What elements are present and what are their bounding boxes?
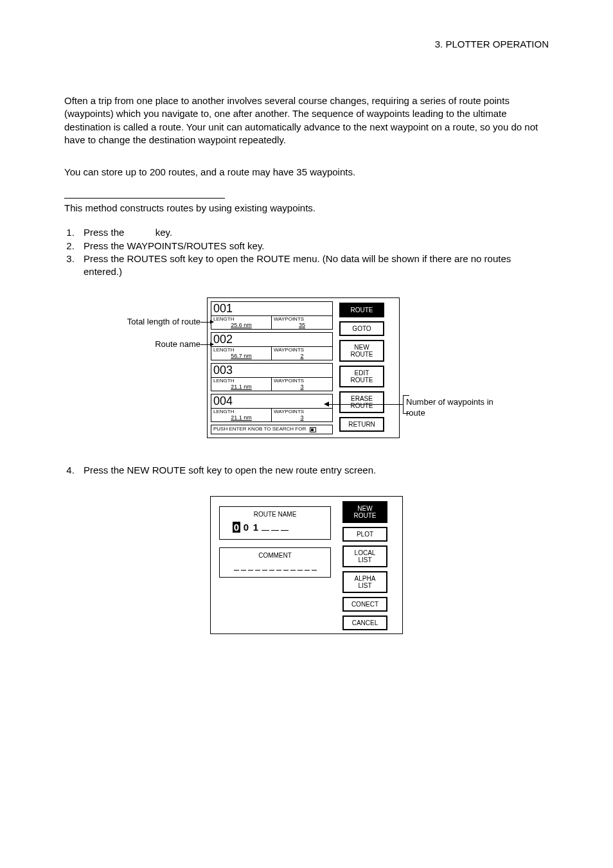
new-route-main: ROUTE NAME 001 COMMENT [214, 500, 336, 630]
search-cursor-icon [310, 427, 316, 432]
search-hint-text: PUSH ENTER KNOB TO SEARCH FOR [213, 427, 306, 432]
step-3: Press the ROUTES soft key to open the RO… [77, 252, 549, 279]
dash-slot [312, 563, 317, 571]
softkey-conect[interactable]: CONECT [342, 597, 387, 612]
dash-slot [248, 563, 253, 571]
right-annotations: Number of waypoints in route [400, 297, 502, 438]
dash-slot [255, 563, 260, 571]
dash-slot [269, 563, 274, 571]
sub-caption: This method constructs routes by using e… [64, 202, 549, 213]
length-label: LENGTH [213, 378, 269, 384]
comment-field[interactable]: COMMENT [219, 547, 331, 578]
steps-list: Press the key. Press the WAYPOINTS/ROUTE… [64, 226, 549, 278]
route-card[interactable]: 002LENGTH56.7 nmWAYPOINTS2 [211, 332, 333, 360]
step-2: Press the WAYPOINTS/ROUTES soft key. [77, 240, 549, 252]
length-value: 21.1 nm [213, 384, 269, 390]
softkey-local-list[interactable]: LOCALLIST [342, 545, 387, 567]
waypoints-label: WAYPOINTS [274, 347, 330, 353]
dash-slot [234, 563, 239, 571]
softkey-new-route[interactable]: NEWROUTE [342, 501, 387, 523]
dash-slot [298, 563, 303, 571]
waypoints-label: WAYPOINTS [274, 378, 330, 384]
comment-dashes [224, 563, 326, 571]
name-char [271, 522, 279, 531]
dash-slot [241, 563, 246, 571]
step-4: Press the NEW ROUTE soft key to open the… [77, 464, 549, 477]
comment-label: COMMENT [224, 552, 326, 559]
route-id: 003 [211, 364, 332, 378]
intro-paragraph-1: Often a trip from one place to another i… [64, 94, 549, 146]
section-label: 3. PLOTTER OPERATION [435, 39, 549, 49]
route-list-figure: Total length of route Route name 001LENG… [111, 297, 502, 438]
name-char: 0 [233, 522, 240, 533]
softkey-new-route[interactable]: NEWROUTE [339, 340, 384, 362]
dash-slot [276, 563, 281, 571]
softkey-return[interactable]: RETURN [339, 417, 384, 432]
route-id: 001 [211, 302, 332, 316]
route-card[interactable]: 001LENGTH25.6 nmWAYPOINTS35 [211, 301, 333, 330]
length-value: 56.7 nm [213, 353, 269, 359]
softkey-route[interactable]: ROUTE [339, 303, 384, 317]
route-card[interactable]: 004LENGTH21.1 nmWAYPOINTS3 [211, 394, 333, 422]
page-header: 3. PLOTTER OPERATION [64, 39, 549, 49]
new-route-softkeys-column: NEWROUTEPLOTLOCALLISTALPHALISTCONECTCANC… [336, 500, 394, 630]
name-char [262, 522, 269, 531]
waypoints-label: WAYPOINTS [274, 316, 330, 322]
step-1: Press the key. [77, 226, 549, 239]
arrow-total-length [200, 322, 213, 323]
left-annotations: Total length of route Route name [111, 297, 207, 438]
device-screen: 001LENGTH25.6 nmWAYPOINTS35002LENGTH56.7… [207, 297, 400, 438]
name-char: 0 [242, 522, 250, 533]
softkey-cancel[interactable]: CANCEL [342, 616, 387, 630]
route-card[interactable]: 003LENGTH21.1 nmWAYPOINTS3 [211, 363, 333, 391]
arrow-route-name [200, 344, 213, 345]
intro-paragraph-2: You can store up to 200 routes, and a ro… [64, 166, 549, 179]
route-name-field[interactable]: ROUTE NAME 001 [219, 506, 331, 540]
section-rule [64, 198, 225, 199]
arrowhead-wp-count [324, 402, 329, 407]
arrowline-wp-count [329, 404, 403, 405]
label-total-length: Total length of route [127, 317, 200, 326]
search-hint: PUSH ENTER KNOB TO SEARCH FOR [211, 425, 333, 434]
name-char [281, 522, 289, 531]
name-char: 1 [252, 522, 260, 533]
softkey-goto[interactable]: GOTO [339, 321, 384, 336]
softkey-erase-route[interactable]: ERASEROUTE [339, 391, 384, 413]
waypoints-value: 3 [274, 414, 330, 421]
route-softkeys-column: ROUTEGOTONEWROUTEEDITROUTEERASEROUTERETU… [333, 301, 391, 434]
steps-list-2: Press the NEW ROUTE soft key to open the… [64, 464, 549, 477]
waypoints-value: 3 [274, 384, 330, 390]
route-id: 004 [211, 394, 332, 409]
length-value: 21.1 nm [213, 414, 269, 421]
label-route-name: Route name [155, 339, 200, 349]
dash-slot [262, 563, 267, 571]
label-wp-count: Number of waypoints in route [406, 397, 502, 419]
route-name-label: ROUTE NAME [224, 511, 326, 518]
route-id: 002 [211, 333, 332, 347]
softkey-alpha-list[interactable]: ALPHALIST [342, 571, 387, 593]
dash-slot [283, 563, 289, 571]
waypoints-value: 35 [274, 322, 330, 328]
waypoints-label: WAYPOINTS [274, 409, 330, 414]
waypoints-value: 2 [274, 353, 330, 359]
length-value: 25.6 nm [213, 322, 269, 328]
route-list-main: 001LENGTH25.6 nmWAYPOINTS35002LENGTH56.7… [211, 301, 333, 434]
new-route-figure: ROUTE NAME 001 COMMENT NEWROUTEPLOTLOCAL… [210, 496, 403, 634]
softkey-edit-route[interactable]: EDITROUTE [339, 366, 384, 387]
length-label: LENGTH [213, 347, 269, 353]
length-label: LENGTH [213, 316, 269, 322]
dash-slot [290, 563, 296, 571]
softkey-plot[interactable]: PLOT [342, 527, 387, 542]
length-label: LENGTH [213, 409, 269, 414]
dash-slot [305, 563, 310, 571]
route-name-chars: 001 [224, 522, 326, 533]
